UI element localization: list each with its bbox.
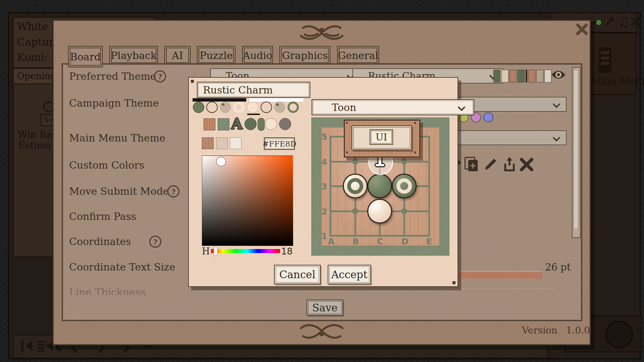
element-option-stone-dark[interactable] — [245, 118, 257, 130]
color-gradient-picker[interactable] — [202, 156, 293, 246]
theme-name-input[interactable]: Rustic Charm — [197, 82, 310, 98]
theme-swatch — [518, 70, 525, 82]
tab-board[interactable]: Board — [68, 46, 103, 67]
white-stone-tab[interactable] — [250, 98, 303, 102]
row-coordinate: 2 — [321, 207, 327, 217]
custom-colors-label: Custom Colors — [69, 159, 144, 171]
strip-divider — [526, 70, 527, 82]
star-point — [401, 159, 407, 165]
skip-start-icon-triangle[interactable] — [25, 341, 32, 351]
hex-color-input[interactable]: #FFE8D — [264, 137, 295, 150]
bottom-flourish-ornament — [288, 322, 355, 342]
ui-sample-panel: UI — [344, 120, 420, 158]
element-option-stone-cream[interactable] — [265, 118, 277, 130]
skip-start-icon[interactable] — [21, 340, 23, 352]
stone-white-with-ring — [343, 174, 368, 198]
preferred-theme-help-icon[interactable]: ? — [154, 70, 166, 82]
version-text: Version1.0.0 — [483, 325, 590, 336]
chevron-down-icon — [553, 101, 560, 108]
hue-slider[interactable] — [211, 249, 280, 253]
chevron-down-icon — [553, 134, 560, 142]
scrollbar-thumb[interactable] — [574, 70, 578, 229]
tab-graphics[interactable]: Graphics — [279, 46, 330, 65]
stone-white — [367, 199, 392, 224]
element-option-outline[interactable] — [206, 102, 218, 113]
corner-mark — [452, 281, 455, 284]
element-option-white-stone-selected[interactable] — [247, 102, 258, 113]
tab-ai[interactable]: AI — [164, 46, 191, 65]
coordinates-label: Coordinates — [69, 236, 131, 247]
row-coordinate: 1 — [321, 231, 327, 241]
swatch-wood[interactable] — [202, 137, 214, 149]
close-icon[interactable] — [575, 22, 588, 36]
coordinate-text-size-label: Coordinate Text Size — [69, 261, 175, 273]
ui-sample-label: UI — [376, 132, 387, 143]
export-icon[interactable] — [502, 156, 517, 172]
element-option-board-wood[interactable] — [204, 118, 215, 130]
delete-x-icon[interactable] — [519, 157, 534, 172]
element-option-stone-gray[interactable] — [279, 118, 291, 130]
element-option-bar[interactable] — [258, 118, 265, 131]
theme-color-strip — [493, 70, 551, 82]
line-thickness-row-clipped: Line Thickness — [69, 286, 170, 295]
gradient-selector[interactable] — [216, 157, 226, 167]
edit-pencil-icon[interactable] — [483, 157, 498, 172]
line-thickness-slider-faint[interactable] — [438, 288, 552, 289]
hue-label: H — [202, 246, 210, 256]
theme-swatch — [544, 70, 551, 82]
row-coordinate: 5 — [321, 132, 327, 142]
pass-circle-button[interactable] — [605, 321, 633, 348]
element-option-disabled[interactable] — [220, 102, 231, 113]
star-point — [352, 159, 358, 165]
slider-knob-2[interactable] — [595, 19, 602, 26]
corner-mark — [191, 80, 194, 83]
accept-button[interactable]: Accept — [328, 265, 371, 284]
row-coordinate: 3 — [321, 182, 327, 191]
screen: White Captures Komi: 6 Opening G Sw Win … — [0, 0, 644, 362]
move-submit-mode-help-icon[interactable]: ? — [167, 185, 179, 197]
tab-puzzle[interactable]: Puzzle — [197, 46, 235, 65]
mute-x-icon[interactable] — [630, 16, 641, 27]
swatch-beige[interactable] — [216, 137, 228, 149]
swatch-offwhite[interactable] — [230, 137, 241, 149]
brush-icon[interactable] — [603, 16, 615, 28]
rules-list-icon — [599, 47, 611, 73]
cancel-button[interactable]: Cancel — [274, 265, 321, 284]
element-option-disabled-2[interactable] — [274, 102, 285, 113]
board-preview: 5 4 3 2 1 A B C D E 1 — [311, 117, 449, 256]
element-option-ring-green[interactable] — [287, 102, 299, 113]
theme-swatch — [536, 70, 543, 82]
music-icon[interactable]: ♫ — [618, 14, 630, 29]
confirm-pass-label: Confirm Pass — [69, 210, 136, 222]
tab-playback[interactable]: Playback — [109, 46, 158, 65]
eye-preview-icon[interactable] — [551, 70, 566, 80]
selected-underline — [247, 114, 260, 115]
col-coordinate: E — [426, 237, 432, 246]
theme-swatch — [493, 70, 500, 82]
preview-theme-dropdown[interactable]: Toon — [312, 99, 474, 115]
col-coordinate: C — [377, 237, 383, 246]
element-option-letter[interactable]: A — [231, 115, 243, 132]
col-coordinate: A — [328, 237, 334, 246]
star-point — [401, 208, 407, 214]
hue-slider-thumb[interactable] — [214, 247, 218, 256]
coordinate-size-value: 26 pt — [545, 261, 571, 273]
hue-value: 18 — [281, 246, 292, 256]
element-option-ring-cream[interactable] — [233, 102, 245, 113]
stone-black-with-ring — [392, 174, 417, 198]
duplicate-icon[interactable]: + — [465, 157, 479, 172]
col-coordinate: D — [401, 237, 409, 246]
coordinates-help-icon[interactable]: ? — [149, 236, 161, 248]
element-option-outline-2[interactable] — [261, 102, 272, 113]
settings-scrollbar[interactable] — [572, 67, 581, 238]
star-point — [352, 208, 358, 214]
rewind-list-icon[interactable] — [37, 341, 45, 352]
element-option-black-stone[interactable] — [193, 102, 204, 113]
theme-swatch — [528, 70, 535, 82]
black-stone-tab[interactable] — [193, 98, 246, 102]
element-option-board-border[interactable] — [218, 118, 229, 130]
tab-general[interactable]: General — [337, 46, 379, 65]
tab-audio[interactable]: Audio — [242, 46, 273, 65]
save-button[interactable]: Save — [307, 300, 343, 315]
chevron-down-icon — [458, 104, 466, 111]
